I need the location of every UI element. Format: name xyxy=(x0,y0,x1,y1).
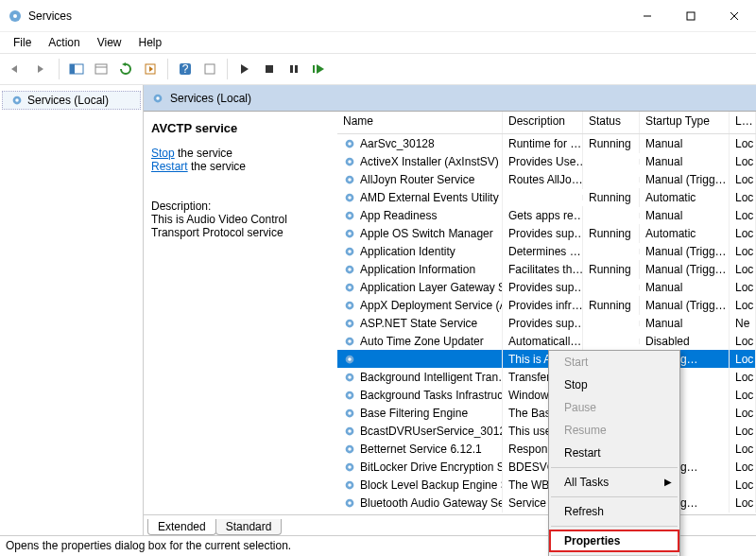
svg-point-31 xyxy=(348,214,352,217)
window-title: Services xyxy=(28,9,626,23)
cell-name: BitLocker Drive Encryption S… xyxy=(337,458,503,477)
table-row[interactable]: ASP.NET State ServiceProvides sup…Manual… xyxy=(337,314,756,332)
cell-description: Facilitates th… xyxy=(503,260,583,279)
ctx-stop[interactable]: Stop xyxy=(549,374,679,396)
ctx-start[interactable]: Start xyxy=(549,351,679,374)
menu-action[interactable]: Action xyxy=(41,34,87,51)
menu-help[interactable]: Help xyxy=(131,34,170,51)
restart-service-icon[interactable] xyxy=(307,58,330,80)
table-row[interactable]: This is Aal (Trigg…Loc xyxy=(337,350,756,368)
stop-service-icon[interactable] xyxy=(258,58,281,80)
forward-icon[interactable] xyxy=(30,58,53,80)
export-list-icon[interactable] xyxy=(139,58,162,80)
cell-logon: Loc xyxy=(730,152,756,171)
cell-logon: Loc xyxy=(730,296,756,315)
pane-header-title: Services (Local) xyxy=(170,92,251,105)
menu-file[interactable]: File xyxy=(6,34,39,51)
refresh-icon[interactable] xyxy=(114,58,137,80)
tab-extended[interactable]: Extended xyxy=(147,519,216,535)
maximize-button[interactable] xyxy=(669,0,713,32)
cell-status xyxy=(583,339,640,344)
ctx-refresh[interactable]: Refresh xyxy=(549,500,679,523)
table-row[interactable]: BitLocker Drive Encryption S…BDESVCal (T… xyxy=(337,458,756,476)
cell-logon: Loc xyxy=(730,476,756,495)
restart-link[interactable]: Restart xyxy=(151,160,188,173)
cell-name: Bluetooth Audio Gateway Se… xyxy=(337,494,503,513)
col-name[interactable]: Name xyxy=(337,112,503,133)
col-description[interactable]: Description xyxy=(503,112,583,133)
menu-view[interactable]: View xyxy=(90,34,129,51)
ctx-properties[interactable]: Properties xyxy=(549,530,679,552)
col-status[interactable]: Status xyxy=(583,112,640,133)
table-row[interactable]: Background Tasks Infrastruc…WindowaticLo… xyxy=(337,386,756,404)
close-button[interactable] xyxy=(713,0,756,32)
table-row[interactable]: Background Intelligent Tran…Transferatic… xyxy=(337,368,756,386)
table-row[interactable]: Bluetooth Audio Gateway Se…Serviceal (Tr… xyxy=(337,494,756,512)
table-row[interactable]: Application IdentityDetermines …Manual (… xyxy=(337,242,756,260)
separator-icon xyxy=(227,59,228,79)
ctx-all-tasks[interactable]: All Tasks▶ xyxy=(549,471,679,494)
svg-point-63 xyxy=(348,501,352,505)
table-row[interactable]: Application Layer Gateway S…Provides sup… xyxy=(337,278,756,296)
app-icon xyxy=(8,9,23,24)
ctx-restart[interactable]: Restart xyxy=(549,442,679,464)
svg-rect-3 xyxy=(687,12,695,20)
start-service-icon[interactable] xyxy=(233,58,256,80)
back-icon[interactable] xyxy=(6,58,28,80)
table-row[interactable]: Apple OS Switch ManagerProvides sup…Runn… xyxy=(337,224,756,242)
help-icon[interactable]: ? xyxy=(174,58,197,80)
table-row[interactable]: AMD External Events UtilityRunningAutoma… xyxy=(337,188,756,206)
cell-name: AppX Deployment Service (A… xyxy=(337,296,503,315)
svg-point-55 xyxy=(348,429,352,433)
ctx-resume[interactable]: Resume xyxy=(549,419,679,442)
svg-point-57 xyxy=(348,447,352,451)
chevron-right-icon: ▶ xyxy=(664,477,672,487)
table-row[interactable]: BcastDVRUserService_30128This usealLoc xyxy=(337,422,756,440)
table-row[interactable]: Block Level Backup Engine S…The WBalLoc xyxy=(337,476,756,494)
ctx-pause[interactable]: Pause xyxy=(549,396,679,419)
separator-icon xyxy=(59,59,60,79)
cell-logon: Loc xyxy=(730,188,756,207)
table-row[interactable]: ActiveX Installer (AxInstSV)Provides Use… xyxy=(337,152,756,170)
table-row[interactable]: Auto Time Zone UpdaterAutomaticall…Disab… xyxy=(337,332,756,350)
table-row[interactable]: Base Filtering EngineThe BasaticLoc xyxy=(337,404,756,422)
cell-description: Provides sup… xyxy=(503,314,583,333)
table-row[interactable]: AllJoyn Router ServiceRoutes AllJo…Manua… xyxy=(337,170,756,188)
svg-point-59 xyxy=(348,465,352,469)
cell-name: Background Intelligent Tran… xyxy=(337,368,503,387)
cell-name: Application Identity xyxy=(337,242,503,261)
selected-service-name: AVCTP service xyxy=(151,121,326,135)
minimize-button[interactable] xyxy=(626,0,669,32)
cell-name xyxy=(337,350,503,369)
svg-point-29 xyxy=(348,196,352,200)
table-row[interactable]: Betternet Service 6.12.1ResponalLoc xyxy=(337,440,756,458)
cell-logon: Loc xyxy=(730,440,756,459)
tab-standard[interactable]: Standard xyxy=(215,519,283,535)
svg-rect-17 xyxy=(313,65,315,73)
export-icon[interactable] xyxy=(90,58,112,80)
properties-icon[interactable] xyxy=(198,58,221,80)
cell-description: Gets apps re… xyxy=(503,206,583,225)
svg-point-21 xyxy=(156,96,160,100)
svg-rect-8 xyxy=(95,64,107,74)
col-logon[interactable]: Loc xyxy=(730,112,756,133)
separator-icon xyxy=(167,59,168,79)
table-row[interactable]: App ReadinessGets apps re…ManualLoc xyxy=(337,206,756,224)
tree-item-services-local[interactable]: Services (Local) xyxy=(2,91,141,110)
cell-logon: Ne xyxy=(730,314,756,333)
table-row[interactable]: AarSvc_30128Runtime for …RunningManualLo… xyxy=(337,134,756,152)
cell-name: BcastDVRUserService_30128 xyxy=(337,422,503,441)
svg-point-1 xyxy=(13,14,17,18)
pause-service-icon[interactable] xyxy=(283,58,305,80)
table-row[interactable]: Application InformationFacilitates th…Ru… xyxy=(337,260,756,278)
stop-link[interactable]: Stop xyxy=(151,147,175,160)
col-startup-type[interactable]: Startup Type xyxy=(640,112,730,133)
cell-startup: Disabled xyxy=(640,332,730,351)
cell-name: Base Filtering Engine xyxy=(337,404,503,423)
table-row[interactable]: AppX Deployment Service (A…Provides infr… xyxy=(337,296,756,314)
svg-point-43 xyxy=(348,321,352,325)
cell-name: Background Tasks Infrastruc… xyxy=(337,386,503,405)
cell-logon: Loc xyxy=(730,386,756,405)
svg-point-61 xyxy=(348,483,352,487)
show-hide-tree-icon[interactable] xyxy=(65,58,88,80)
